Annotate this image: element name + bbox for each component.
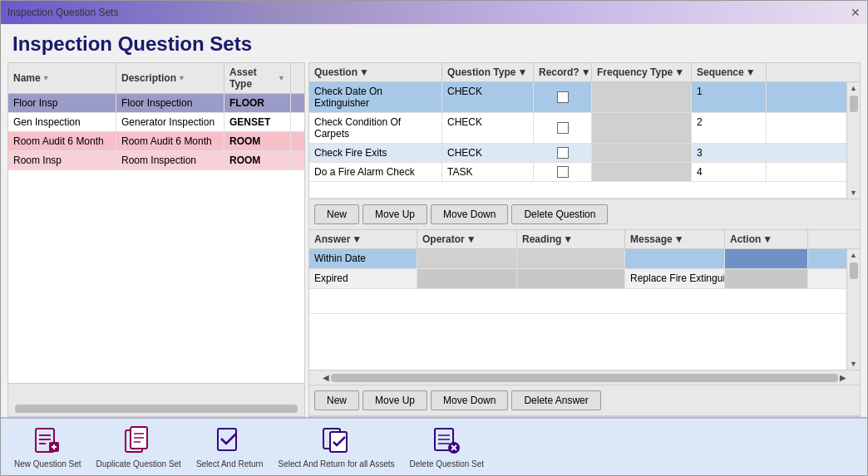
record-checkbox[interactable]: [557, 122, 569, 134]
sort-icon-act: ▼: [762, 233, 772, 245]
cell-question: Do a Fire Alarm Check: [309, 163, 442, 181]
cell-type: TASK: [442, 163, 534, 181]
cell-seq: 4: [692, 163, 767, 181]
answer-row[interactable]: Within Date: [309, 249, 846, 269]
cell-name: Gen Inspection: [8, 113, 116, 131]
duplicate-question-set-button[interactable]: Duplicate Question Set: [90, 421, 188, 473]
icon-svg: [432, 425, 461, 455]
icon-svg: [322, 425, 352, 455]
left-horizontal-scrollbar[interactable]: [15, 405, 298, 413]
svg-rect-14: [330, 432, 347, 452]
cell-asset: ROOM: [224, 132, 291, 150]
scroll-spacer: [767, 63, 780, 81]
cell-seq: 1: [692, 82, 767, 112]
sort-icon-msg: ▼: [674, 233, 684, 245]
sort-icon-q: ▼: [359, 66, 369, 78]
title-bar: Inspection Question Sets ✕: [1, 1, 867, 24]
delete-question-button[interactable]: Delete Question: [511, 204, 608, 224]
questions-button-row: New Move Up Move Down Delete Question: [309, 199, 860, 230]
record-checkbox[interactable]: [557, 166, 569, 178]
question-row[interactable]: Check Condition Of Carpets CHECK 2: [309, 113, 846, 144]
main-area: Name ▼ Description ▼ Asset Type ▼ Floor …: [1, 62, 867, 417]
move-up-answer-button[interactable]: Move Up: [362, 390, 427, 410]
cell-type: CHECK: [442, 144, 534, 162]
cell-record: [534, 113, 592, 143]
icon-svg: [32, 425, 62, 455]
answers-header: Answer ▼ Operator ▼ Reading ▼ Message: [309, 230, 860, 249]
sort-icon-qt: ▼: [517, 66, 527, 78]
table-row[interactable]: Floor Insp Floor Inspection FLOOR: [8, 94, 304, 113]
cell-name: Room Audit 6 Month: [8, 132, 116, 150]
cell-desc: Floor Inspection: [116, 94, 224, 112]
cell-seq: 3: [692, 144, 767, 162]
left-table-body: Floor Insp Floor Inspection FLOOR Gen In…: [8, 94, 304, 383]
move-down-question-button[interactable]: Move Down: [431, 204, 508, 224]
cell-name: Floor Insp: [8, 94, 116, 112]
scroll-left-icon[interactable]: ◀: [323, 373, 329, 382]
cell-action: [725, 269, 808, 288]
select-and-return-button[interactable]: Select And Return: [190, 421, 270, 473]
delete-icon: [431, 424, 462, 456]
question-row-empty: [309, 182, 846, 199]
record-checkbox[interactable]: [557, 147, 569, 159]
cell-asset: FLOOR: [224, 94, 291, 112]
table-row[interactable]: Room Audit 6 Month Room Audit 6 Month RO…: [8, 132, 304, 151]
new-answer-button[interactable]: New: [314, 390, 359, 410]
sort-icon-op: ▼: [466, 233, 476, 245]
col-question-type: Question Type ▼: [442, 63, 534, 81]
answer-row[interactable]: Expired Replace Fire Extinguisher: [309, 269, 846, 289]
col-name: Name ▼: [8, 63, 116, 93]
select-and-return-label: Select And Return: [196, 459, 264, 469]
record-checkbox[interactable]: [557, 91, 569, 103]
close-button[interactable]: ✕: [851, 6, 861, 19]
cell-answer: Expired: [309, 269, 417, 288]
cell-record: [534, 82, 592, 112]
answers-h-scroll-area: ◀ ▶: [309, 370, 860, 385]
main-window: Inspection Question Sets ✕ Inspection Qu…: [0, 0, 868, 476]
horizontal-scrollbar[interactable]: [331, 374, 838, 382]
cell-desc: Room Inspection: [116, 151, 224, 169]
cell-reading: [517, 249, 625, 268]
select-and-return-assets-button[interactable]: Select And Return for all Assets: [272, 421, 402, 473]
select-and-return-assets-label: Select And Return for all Assets: [279, 459, 395, 469]
question-row[interactable]: Check Fire Exits CHECK 3: [309, 144, 846, 163]
scroll-down-icon[interactable]: ▼: [848, 187, 859, 199]
cell-answer: Within Date: [309, 249, 417, 268]
questions-header: Question ▼ Question Type ▼ Record? ▼ F: [309, 63, 860, 82]
scroll-down-icon[interactable]: ▼: [848, 358, 859, 370]
cell-freq: [592, 82, 692, 112]
col-message: Message ▼: [625, 230, 725, 248]
question-row[interactable]: Check Date On Extinguisher CHECK 1: [309, 82, 846, 113]
scroll-up-icon[interactable]: ▲: [848, 249, 859, 261]
left-table-header: Name ▼ Description ▼ Asset Type ▼: [8, 63, 304, 94]
move-up-question-button[interactable]: Move Up: [362, 204, 427, 224]
cell-type: CHECK: [442, 82, 534, 112]
v-scroll-thumb[interactable]: [850, 263, 858, 279]
new-question-button[interactable]: New: [314, 204, 359, 224]
right-panel: Question ▼ Question Type ▼ Record? ▼ F: [308, 62, 861, 417]
question-row[interactable]: Do a Fire Alarm Check TASK 4: [309, 163, 846, 182]
cell-question: Check Date On Extinguisher: [309, 82, 442, 112]
cell-desc: Room Audit 6 Month: [116, 132, 224, 150]
delete-answer-button[interactable]: Delete Answer: [511, 390, 600, 410]
table-row[interactable]: Room Insp Room Inspection ROOM: [8, 151, 304, 170]
new-question-set-button[interactable]: New Question Set: [7, 421, 88, 473]
col-frequency: Frequency Type ▼: [592, 63, 692, 81]
left-panel: Name ▼ Description ▼ Asset Type ▼ Floor …: [7, 62, 305, 417]
content-area: Inspection Question Sets Name ▼ Descript…: [1, 24, 867, 475]
move-down-answer-button[interactable]: Move Down: [431, 390, 508, 410]
cell-message: [625, 249, 725, 268]
delete-question-set-button[interactable]: Delete Question Set: [403, 421, 491, 473]
scroll-right-icon[interactable]: ▶: [840, 373, 846, 382]
table-row[interactable]: Gen Inspection Generator Inspection GENS…: [8, 113, 304, 132]
cell-freq: [592, 113, 692, 143]
answers-v-scrollbar[interactable]: ▲ ▼: [846, 249, 860, 370]
scroll-up-icon[interactable]: ▲: [848, 82, 859, 94]
answers-table-body: Within Date Expired Replace Fire Ext: [309, 249, 846, 370]
v-scroll-thumb[interactable]: [850, 96, 858, 112]
bottom-toolbar: New Question Set Duplicate Question Set: [1, 417, 867, 475]
cell-freq: [592, 163, 692, 181]
col-sequence: Sequence ▼: [692, 63, 767, 81]
scroll-spacer: [808, 230, 821, 248]
questions-v-scrollbar[interactable]: ▲ ▼: [846, 82, 860, 199]
